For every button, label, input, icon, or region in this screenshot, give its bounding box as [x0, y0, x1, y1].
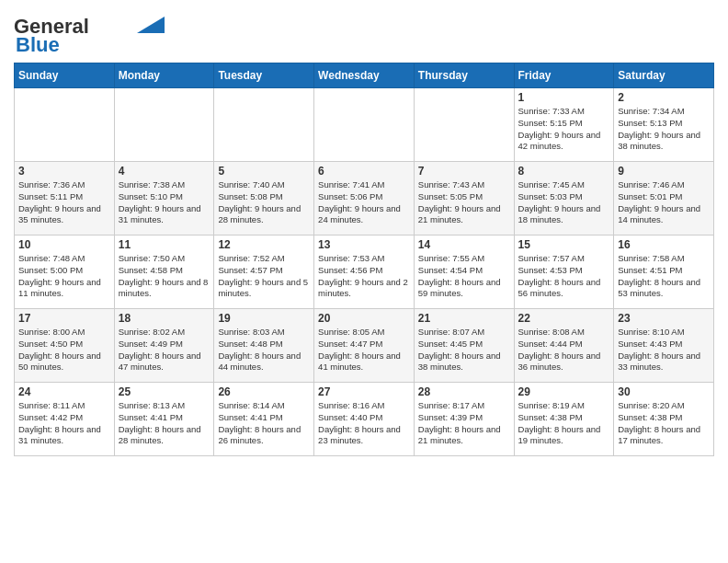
day-number: 23: [618, 312, 710, 325]
week-row-4: 17Sunrise: 8:00 AM Sunset: 4:50 PM Dayli…: [15, 309, 714, 383]
day-number: 21: [418, 312, 510, 325]
day-info: Sunrise: 7:38 AM Sunset: 5:10 PM Dayligh…: [119, 179, 210, 226]
day-info: Sunrise: 8:07 AM Sunset: 4:45 PM Dayligh…: [418, 327, 510, 373]
day-number: 29: [518, 385, 610, 398]
day-number: 9: [618, 165, 710, 178]
day-info: Sunrise: 7:52 AM Sunset: 4:57 PM Dayligh…: [218, 253, 310, 300]
day-number: 14: [418, 238, 510, 251]
day-cell-10: 10Sunrise: 7:48 AM Sunset: 5:00 PM Dayli…: [15, 236, 115, 309]
day-number: 8: [518, 165, 610, 178]
day-cell-20: 20Sunrise: 8:05 AM Sunset: 4:47 PM Dayli…: [314, 309, 415, 383]
weekday-header-tuesday: Tuesday: [214, 63, 314, 88]
day-info: Sunrise: 7:33 AM Sunset: 5:15 PM Dayligh…: [518, 106, 610, 153]
calendar-table: SundayMondayTuesdayWednesdayThursdayFrid…: [14, 63, 714, 456]
empty-cell: [414, 88, 514, 162]
day-number: 6: [318, 165, 410, 178]
day-cell-11: 11Sunrise: 7:50 AM Sunset: 4:58 PM Dayli…: [114, 236, 214, 309]
day-info: Sunrise: 7:55 AM Sunset: 4:54 PM Dayligh…: [418, 253, 510, 300]
day-cell-23: 23Sunrise: 8:10 AM Sunset: 4:43 PM Dayli…: [614, 309, 714, 383]
day-info: Sunrise: 8:14 AM Sunset: 4:41 PM Dayligh…: [218, 400, 310, 447]
day-number: 18: [119, 312, 210, 325]
day-cell-30: 30Sunrise: 8:20 AM Sunset: 4:38 PM Dayli…: [614, 383, 714, 456]
day-cell-17: 17Sunrise: 8:00 AM Sunset: 4:50 PM Dayli…: [15, 309, 115, 383]
day-cell-27: 27Sunrise: 8:16 AM Sunset: 4:40 PM Dayli…: [314, 383, 415, 456]
day-cell-22: 22Sunrise: 8:08 AM Sunset: 4:44 PM Dayli…: [514, 309, 614, 383]
logo: General Blue: [14, 17, 165, 55]
day-number: 3: [18, 165, 110, 178]
day-info: Sunrise: 8:02 AM Sunset: 4:49 PM Dayligh…: [119, 327, 210, 373]
day-info: Sunrise: 8:10 AM Sunset: 4:43 PM Dayligh…: [618, 327, 710, 373]
day-cell-14: 14Sunrise: 7:55 AM Sunset: 4:54 PM Dayli…: [414, 236, 514, 309]
day-cell-24: 24Sunrise: 8:11 AM Sunset: 4:42 PM Dayli…: [15, 383, 115, 456]
day-info: Sunrise: 8:16 AM Sunset: 4:40 PM Dayligh…: [318, 400, 410, 447]
day-info: Sunrise: 8:17 AM Sunset: 4:39 PM Dayligh…: [418, 400, 510, 447]
week-row-3: 10Sunrise: 7:48 AM Sunset: 5:00 PM Dayli…: [15, 236, 714, 309]
day-cell-1: 1Sunrise: 7:33 AM Sunset: 5:15 PM Daylig…: [514, 88, 614, 162]
day-number: 28: [418, 385, 510, 398]
day-info: Sunrise: 8:19 AM Sunset: 4:38 PM Dayligh…: [518, 400, 610, 447]
weekday-header-wednesday: Wednesday: [314, 63, 415, 88]
day-cell-28: 28Sunrise: 8:17 AM Sunset: 4:39 PM Dayli…: [414, 383, 514, 456]
weekday-header-saturday: Saturday: [614, 63, 714, 88]
day-info: Sunrise: 8:08 AM Sunset: 4:44 PM Dayligh…: [518, 327, 610, 373]
day-info: Sunrise: 8:20 AM Sunset: 4:38 PM Dayligh…: [618, 400, 710, 447]
empty-cell: [214, 88, 314, 162]
day-info: Sunrise: 7:48 AM Sunset: 5:00 PM Dayligh…: [18, 253, 110, 300]
day-cell-15: 15Sunrise: 7:57 AM Sunset: 4:53 PM Dayli…: [514, 236, 614, 309]
day-number: 13: [318, 238, 410, 251]
day-number: 2: [618, 91, 710, 104]
empty-cell: [15, 88, 115, 162]
weekday-header-thursday: Thursday: [414, 63, 514, 88]
day-number: 7: [418, 165, 510, 178]
day-number: 17: [18, 312, 110, 325]
day-info: Sunrise: 7:40 AM Sunset: 5:08 PM Dayligh…: [218, 179, 310, 226]
day-cell-9: 9Sunrise: 7:46 AM Sunset: 5:01 PM Daylig…: [614, 162, 714, 236]
day-cell-16: 16Sunrise: 7:58 AM Sunset: 4:51 PM Dayli…: [614, 236, 714, 309]
day-cell-18: 18Sunrise: 8:02 AM Sunset: 4:49 PM Dayli…: [114, 309, 214, 383]
day-number: 24: [18, 385, 110, 398]
day-info: Sunrise: 7:58 AM Sunset: 4:51 PM Dayligh…: [618, 253, 710, 300]
day-info: Sunrise: 7:36 AM Sunset: 5:11 PM Dayligh…: [18, 179, 110, 226]
day-info: Sunrise: 7:46 AM Sunset: 5:01 PM Dayligh…: [618, 179, 710, 226]
day-number: 10: [18, 238, 110, 251]
day-number: 20: [318, 312, 410, 325]
day-cell-8: 8Sunrise: 7:45 AM Sunset: 5:03 PM Daylig…: [514, 162, 614, 236]
day-cell-29: 29Sunrise: 8:19 AM Sunset: 4:38 PM Dayli…: [514, 383, 614, 456]
weekday-header-sunday: Sunday: [15, 63, 115, 88]
day-info: Sunrise: 7:57 AM Sunset: 4:53 PM Dayligh…: [518, 253, 610, 300]
day-info: Sunrise: 7:53 AM Sunset: 4:56 PM Dayligh…: [318, 253, 410, 300]
day-cell-7: 7Sunrise: 7:43 AM Sunset: 5:05 PM Daylig…: [414, 162, 514, 236]
day-cell-19: 19Sunrise: 8:03 AM Sunset: 4:48 PM Dayli…: [214, 309, 314, 383]
day-number: 11: [119, 238, 210, 251]
day-info: Sunrise: 7:50 AM Sunset: 4:58 PM Dayligh…: [119, 253, 210, 300]
day-number: 5: [218, 165, 310, 178]
day-info: Sunrise: 8:00 AM Sunset: 4:50 PM Dayligh…: [18, 327, 110, 373]
day-info: Sunrise: 8:13 AM Sunset: 4:41 PM Dayligh…: [119, 400, 210, 447]
week-row-5: 24Sunrise: 8:11 AM Sunset: 4:42 PM Dayli…: [15, 383, 714, 456]
day-number: 1: [518, 91, 610, 104]
day-number: 15: [518, 238, 610, 251]
day-number: 19: [218, 312, 310, 325]
day-cell-13: 13Sunrise: 7:53 AM Sunset: 4:56 PM Dayli…: [314, 236, 415, 309]
day-number: 12: [218, 238, 310, 251]
day-info: Sunrise: 8:03 AM Sunset: 4:48 PM Dayligh…: [218, 327, 310, 373]
day-cell-25: 25Sunrise: 8:13 AM Sunset: 4:41 PM Dayli…: [114, 383, 214, 456]
day-info: Sunrise: 7:34 AM Sunset: 5:13 PM Dayligh…: [618, 106, 710, 153]
day-cell-21: 21Sunrise: 8:07 AM Sunset: 4:45 PM Dayli…: [414, 309, 514, 383]
day-info: Sunrise: 7:43 AM Sunset: 5:05 PM Dayligh…: [418, 179, 510, 226]
day-cell-26: 26Sunrise: 8:14 AM Sunset: 4:41 PM Dayli…: [214, 383, 314, 456]
logo-blue: Blue: [16, 33, 60, 56]
day-info: Sunrise: 8:05 AM Sunset: 4:47 PM Dayligh…: [318, 327, 410, 373]
day-cell-2: 2Sunrise: 7:34 AM Sunset: 5:13 PM Daylig…: [614, 88, 714, 162]
day-number: 27: [318, 385, 410, 398]
day-cell-12: 12Sunrise: 7:52 AM Sunset: 4:57 PM Dayli…: [214, 236, 314, 309]
weekday-header-monday: Monday: [114, 63, 214, 88]
empty-cell: [114, 88, 214, 162]
day-info: Sunrise: 8:11 AM Sunset: 4:42 PM Dayligh…: [18, 400, 110, 447]
empty-cell: [314, 88, 415, 162]
day-number: 25: [119, 385, 210, 398]
day-number: 16: [618, 238, 710, 251]
day-cell-4: 4Sunrise: 7:38 AM Sunset: 5:10 PM Daylig…: [114, 162, 214, 236]
header: General Blue: [14, 9, 714, 55]
day-number: 26: [218, 385, 310, 398]
